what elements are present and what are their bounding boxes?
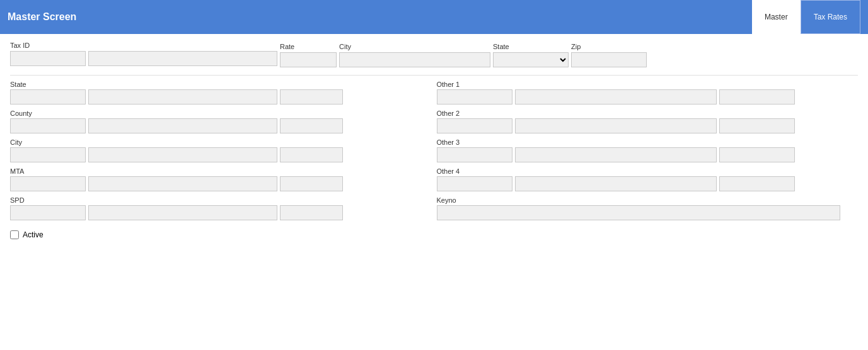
county-input-1[interactable] (10, 118, 86, 133)
other2-row-group: Other 2 (437, 110, 859, 133)
left-section: State County City (10, 81, 432, 225)
zip-label: Zip (571, 43, 647, 50)
header-tabs: Master Tax Rates (752, 0, 860, 34)
header: Master Screen Master Tax Rates (0, 0, 868, 34)
active-label: Active (23, 230, 43, 239)
other3-input-3[interactable] (719, 147, 795, 162)
active-checkbox[interactable] (10, 230, 19, 239)
other1-row-group: Other 1 (437, 81, 859, 104)
city-input-2[interactable] (88, 147, 277, 162)
state-row-group: State (10, 81, 432, 104)
spd-row-group: SPD (10, 196, 432, 220)
city-input-1[interactable] (10, 147, 86, 162)
city-row-group: City (10, 138, 432, 162)
active-row: Active (10, 230, 858, 239)
other1-input-3[interactable] (719, 89, 795, 104)
spd-input-1[interactable] (10, 205, 86, 220)
city-row-label: City (10, 138, 432, 146)
other3-row-group: Other 3 (437, 138, 859, 162)
mta-input-1[interactable] (10, 176, 86, 191)
state-select-top[interactable]: AL AK AZ CA CO FL GA NY TX (493, 52, 569, 67)
state-group-top: State AL AK AZ CA CO FL GA NY TX (493, 43, 569, 67)
other1-row-label: Other 1 (437, 81, 859, 88)
other4-row-group: Other 4 (437, 167, 859, 191)
tax-id-input-1[interactable] (10, 51, 86, 66)
state-row-label: State (10, 81, 432, 88)
two-column-section: State County City (10, 81, 858, 225)
keyno-input[interactable] (437, 205, 840, 220)
top-section: Tax ID Rate City State AL AK (10, 42, 858, 67)
city-label-top: City (339, 43, 490, 50)
keyno-row-group: Keyno (437, 196, 859, 220)
state-input-1[interactable] (10, 89, 86, 104)
tax-id-label: Tax ID (10, 42, 277, 49)
main-content: Tax ID Rate City State AL AK (0, 34, 868, 247)
other4-input-2[interactable] (515, 176, 717, 191)
rate-input[interactable] (280, 52, 337, 67)
tax-id-input-2[interactable] (88, 51, 277, 66)
spd-row-label: SPD (10, 196, 432, 204)
city-input-3[interactable] (280, 147, 343, 162)
spd-input-2[interactable] (88, 205, 277, 220)
other1-input-2[interactable] (515, 89, 717, 104)
mta-input-3[interactable] (280, 176, 343, 191)
right-section: Other 1 Other 2 Other 3 (437, 81, 859, 225)
other3-input-2[interactable] (515, 147, 717, 162)
city-group-top: City (339, 43, 490, 67)
divider-1 (10, 75, 858, 76)
county-input-3[interactable] (280, 118, 343, 133)
state-input-3[interactable] (280, 89, 343, 104)
other2-input-1[interactable] (437, 118, 512, 133)
state-label-top: State (493, 43, 569, 50)
other4-row-label: Other 4 (437, 167, 859, 175)
county-row-group: County (10, 110, 432, 133)
city-input-top[interactable] (339, 52, 490, 67)
mta-row-group: MTA (10, 167, 432, 191)
tax-id-group: Tax ID (10, 42, 277, 67)
zip-input[interactable] (571, 52, 647, 67)
other3-row-label: Other 3 (437, 138, 859, 146)
spd-input-3[interactable] (280, 205, 343, 220)
other1-input-1[interactable] (437, 89, 512, 104)
keyno-row-label: Keyno (437, 196, 859, 204)
other4-input-1[interactable] (437, 176, 512, 191)
county-row-label: County (10, 110, 432, 117)
other2-input-2[interactable] (515, 118, 717, 133)
zip-group: Zip (571, 43, 647, 67)
tab-tax-rates[interactable]: Tax Rates (801, 0, 860, 34)
mta-input-2[interactable] (88, 176, 277, 191)
mta-row-label: MTA (10, 167, 432, 175)
other4-input-3[interactable] (719, 176, 795, 191)
app-title: Master Screen (8, 11, 76, 23)
state-input-2[interactable] (88, 89, 277, 104)
other2-input-3[interactable] (719, 118, 795, 133)
rate-label: Rate (280, 43, 337, 50)
other3-input-1[interactable] (437, 147, 512, 162)
tab-master[interactable]: Master (752, 0, 801, 34)
rate-group: Rate (280, 43, 337, 67)
other2-row-label: Other 2 (437, 110, 859, 117)
county-input-2[interactable] (88, 118, 277, 133)
